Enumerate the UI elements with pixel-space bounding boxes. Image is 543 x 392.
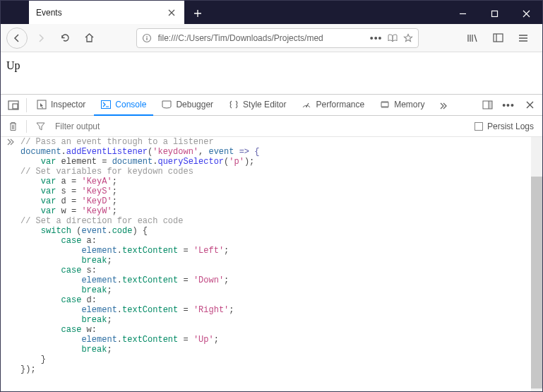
separator xyxy=(26,120,27,133)
tab-label: Console xyxy=(115,100,146,109)
minimize-button[interactable] xyxy=(447,3,479,24)
filter-input[interactable] xyxy=(54,121,469,132)
clear-console-icon[interactable] xyxy=(5,119,20,134)
svg-rect-10 xyxy=(381,102,388,107)
urlbar-container: ••• xyxy=(102,28,452,48)
svg-rect-6 xyxy=(13,104,18,109)
nav-toolbar: ••• xyxy=(1,24,542,52)
svg-rect-12 xyxy=(489,101,492,109)
menu-icon[interactable] xyxy=(514,28,532,49)
console-icon xyxy=(101,100,111,109)
titlebar: Events xyxy=(1,1,542,24)
close-devtools-icon[interactable] xyxy=(520,95,539,115)
back-button[interactable] xyxy=(6,28,28,49)
library-icon[interactable] xyxy=(463,28,482,49)
tab-label: Debugger xyxy=(176,100,213,109)
prompt-icon xyxy=(1,137,20,391)
tab-performance[interactable]: Performance xyxy=(294,95,371,116)
tab-title: Events xyxy=(36,8,160,18)
filter-icon[interactable] xyxy=(32,119,48,134)
separator xyxy=(26,98,27,112)
svg-point-2 xyxy=(146,35,148,37)
forward-button[interactable] xyxy=(30,28,52,49)
tab-console[interactable]: Console xyxy=(94,95,153,116)
tab-inspector[interactable]: Inspector xyxy=(30,95,93,116)
debugger-icon xyxy=(162,100,172,109)
page-content: Up xyxy=(1,52,542,95)
info-icon[interactable] xyxy=(141,32,153,44)
dock-side-icon[interactable] xyxy=(477,95,497,115)
iframe-picker-icon[interactable] xyxy=(4,95,23,115)
svg-point-9 xyxy=(306,106,307,107)
urlbar[interactable]: ••• xyxy=(136,28,419,48)
svg-rect-3 xyxy=(146,37,147,40)
code-block[interactable]: // Pass an event through to a listener d… xyxy=(20,137,542,391)
persist-logs-toggle[interactable]: Persist Logs xyxy=(475,121,538,131)
tab-label: Inspector xyxy=(51,100,85,109)
reader-mode-icon[interactable] xyxy=(387,32,398,44)
devtools-right: ••• xyxy=(477,95,539,115)
console-filter-row: Persist Logs xyxy=(1,116,542,137)
page-text: Up xyxy=(6,59,20,71)
persist-label: Persist Logs xyxy=(487,121,534,131)
checkbox-icon xyxy=(475,122,483,131)
home-button[interactable] xyxy=(78,28,100,49)
console-output: // Pass an event through to a listener d… xyxy=(1,137,542,391)
page-actions-icon[interactable]: ••• xyxy=(370,32,383,44)
maximize-button[interactable] xyxy=(479,3,511,24)
tab-label: Performance xyxy=(316,100,364,109)
toolbar-right xyxy=(455,28,537,49)
browser-tab[interactable]: Events xyxy=(29,1,184,24)
tab-label: Memory xyxy=(394,100,424,109)
tab-style-editor[interactable]: Style Editor xyxy=(222,95,293,116)
bookmark-star-icon[interactable] xyxy=(402,32,414,44)
tab-label: Style Editor xyxy=(243,100,286,109)
more-tabs-icon[interactable] xyxy=(434,95,453,115)
svg-rect-8 xyxy=(102,100,111,108)
close-window-button[interactable] xyxy=(511,3,542,24)
browser-window: Events xyxy=(0,0,543,392)
devtools-menu-icon[interactable]: ••• xyxy=(499,95,518,115)
url-input[interactable] xyxy=(157,32,366,44)
tab-debugger[interactable]: Debugger xyxy=(155,95,220,116)
scrollbar[interactable] xyxy=(531,137,542,391)
window-controls xyxy=(447,3,542,24)
sidebars-icon[interactable] xyxy=(489,28,507,49)
performance-icon xyxy=(302,100,311,109)
scrollbar-thumb[interactable] xyxy=(531,177,542,388)
inspector-icon xyxy=(37,100,47,109)
memory-icon xyxy=(380,100,390,109)
new-tab-button[interactable] xyxy=(187,3,208,24)
svg-rect-4 xyxy=(494,34,503,42)
reload-button[interactable] xyxy=(54,28,76,49)
tab-close-icon[interactable] xyxy=(166,7,177,18)
devtools-tabs: Inspector Console Debugger Style Editor … xyxy=(1,95,542,116)
style-icon xyxy=(229,100,239,109)
svg-rect-0 xyxy=(492,11,498,16)
tab-memory[interactable]: Memory xyxy=(373,95,431,116)
